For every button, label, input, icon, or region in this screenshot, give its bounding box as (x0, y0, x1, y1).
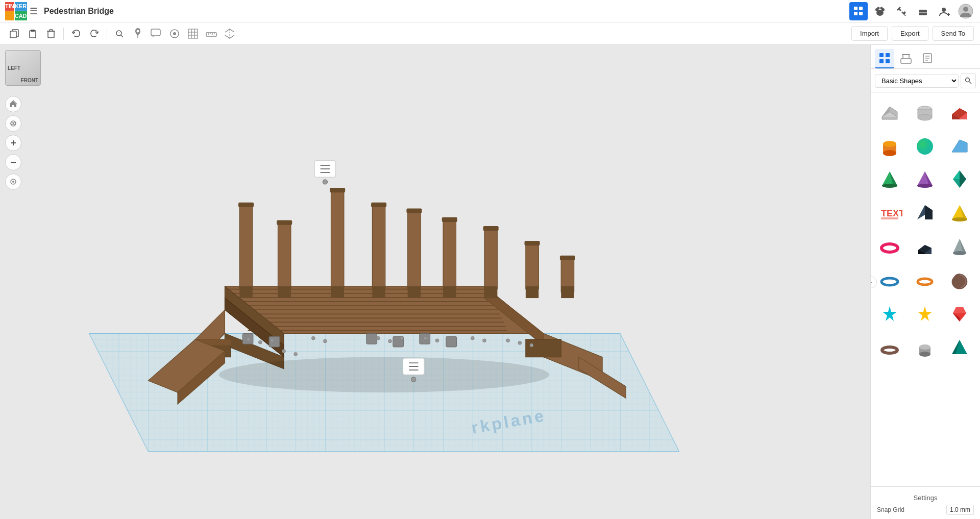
svg-point-133 (323, 180, 327, 184)
svg-rect-102 (330, 188, 345, 192)
box-solid-icon (947, 99, 972, 125)
shape-box-solid[interactable] (945, 97, 974, 127)
svg-rect-94 (484, 227, 497, 289)
svg-point-149 (966, 78, 970, 82)
copy-button[interactable] (6, 26, 22, 42)
view-flip-button[interactable] (222, 26, 238, 42)
view-bubble-button[interactable] (148, 26, 164, 42)
svg-marker-178 (925, 205, 933, 219)
svg-point-203 (919, 352, 930, 357)
svg-text:TEXT: TEXT (881, 208, 902, 218)
shape-pyramid-purple[interactable] (910, 164, 940, 194)
svg-rect-26 (118, 32, 119, 35)
view-ruler-button[interactable] (203, 26, 219, 42)
shape-gem-red[interactable] (945, 299, 974, 329)
shape-text[interactable]: TEXT (875, 198, 904, 228)
shape-category-dropdown[interactable]: Basic Shapes (875, 74, 959, 88)
redo-button[interactable] (86, 26, 103, 42)
svg-rect-37 (188, 29, 198, 38)
project-title[interactable]: Pedestrian Bridge (44, 7, 114, 16)
view-search-button[interactable] (111, 26, 128, 42)
cube-label-left: LEFT (8, 65, 20, 71)
tab-shapes[interactable] (875, 49, 894, 68)
svg-rect-90 (408, 210, 421, 289)
shape-torus-blue[interactable] (875, 265, 904, 295)
shape-box-dark[interactable] (910, 232, 940, 261)
shape-pyramid-green[interactable] (875, 164, 904, 194)
snap-grid-value[interactable]: 1.0 mm (946, 505, 974, 515)
shape-diamond[interactable] (945, 164, 974, 194)
shape-cylinder-hole[interactable] (910, 97, 940, 127)
shape-cylinder[interactable] (875, 131, 904, 160)
shape-star-teal[interactable] (875, 299, 904, 329)
shape-search-button[interactable] (961, 73, 976, 88)
svg-point-170 (917, 184, 933, 188)
settings-label[interactable]: Settings (877, 491, 974, 505)
view-pin-button[interactable] (130, 26, 146, 42)
search-icon (965, 77, 972, 84)
orbit-button[interactable] (5, 115, 21, 132)
zoom-in-button[interactable] (5, 135, 21, 151)
shape-box-hole[interactable] (875, 97, 904, 127)
svg-marker-173 (953, 170, 960, 179)
shape-cyl-gray[interactable] (910, 333, 940, 362)
svg-point-183 (886, 246, 894, 250)
svg-point-122 (471, 336, 474, 340)
svg-rect-85 (278, 286, 290, 298)
send-to-button[interactable]: Send To (933, 26, 974, 41)
fit-button[interactable] (5, 174, 21, 190)
svg-point-51 (12, 181, 14, 183)
bridge-svg: rkplane (51, 86, 717, 499)
paste-icon (28, 29, 37, 38)
3d-viewport[interactable]: LEFT FRONT (0, 45, 870, 519)
undo-button[interactable] (68, 26, 84, 42)
tooltip-1[interactable] (314, 161, 336, 184)
svg-rect-86 (331, 189, 344, 289)
view-circle-button[interactable] (166, 26, 183, 42)
shapes-grid: TEXT (871, 93, 980, 486)
shape-cone-gray[interactable] (945, 232, 974, 261)
profile-button[interactable] (957, 2, 975, 20)
shape-pyramid-yellow[interactable] (945, 198, 974, 228)
svg-point-123 (483, 339, 486, 342)
briefcase-button[interactable] (914, 2, 932, 20)
shape-torus-brown[interactable] (875, 333, 904, 362)
export-button[interactable]: Export (892, 26, 928, 41)
tools-button[interactable] (892, 2, 911, 20)
hamburger-menu[interactable]: ☰ (28, 4, 40, 19)
paw-button[interactable] (871, 2, 889, 20)
apps-button[interactable] (849, 2, 868, 20)
tab-notes[interactable] (918, 49, 937, 68)
shape-star-yellow[interactable] (910, 299, 940, 329)
view-grid-button[interactable] (185, 26, 201, 42)
svg-rect-139 (879, 53, 884, 57)
cube-face[interactable]: LEFT FRONT (5, 50, 41, 86)
app-logo[interactable]: TIN KER CAD (5, 2, 23, 20)
svg-point-138 (411, 377, 416, 382)
svg-point-191 (886, 280, 894, 284)
delete-button[interactable] (43, 26, 59, 42)
add-profile-button[interactable] (935, 2, 953, 20)
home-button[interactable] (5, 96, 21, 112)
shape-sphere[interactable] (910, 131, 940, 160)
import-button[interactable]: Import (851, 26, 888, 41)
shape-blob[interactable] (945, 265, 974, 295)
shape-torus-orange[interactable] (910, 265, 940, 295)
view-cube[interactable]: LEFT FRONT (5, 50, 41, 86)
shape-wedge[interactable] (945, 131, 974, 160)
grid-tab-icon (879, 53, 890, 64)
svg-rect-75 (526, 339, 561, 357)
shape-category-selector: Basic Shapes (871, 69, 980, 93)
shape-teal2[interactable] (945, 333, 974, 362)
logo-tin: TIN (5, 2, 14, 11)
svg-point-121 (435, 339, 439, 342)
svg-rect-92 (443, 218, 456, 289)
paste-button[interactable] (24, 26, 41, 42)
svg-rect-91 (408, 286, 421, 298)
shape-torus-pink[interactable] (875, 232, 904, 261)
tab-construction[interactable] (896, 49, 916, 68)
shape-prism[interactable] (910, 198, 940, 228)
svg-rect-101 (277, 220, 292, 225)
torus-brown-icon (877, 335, 902, 360)
zoom-out-button[interactable] (5, 154, 21, 170)
